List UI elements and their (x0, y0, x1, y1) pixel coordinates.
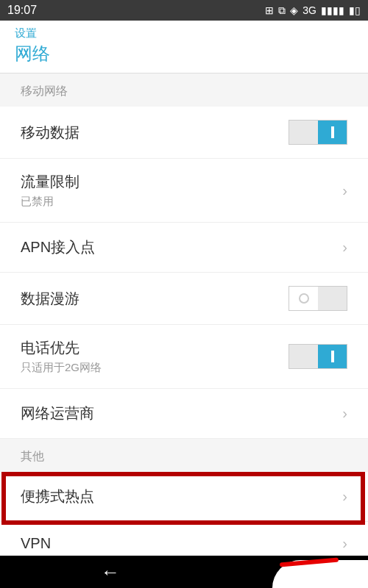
qr-icon: ⊞ (265, 4, 274, 16)
item-vpn[interactable]: VPN › (0, 522, 368, 557)
item-title: 网络运营商 (21, 404, 94, 423)
toggle-mobile-data[interactable] (289, 120, 347, 145)
item-hotspot[interactable]: 便携式热点 › (0, 472, 368, 522)
toggle-call-priority[interactable] (289, 344, 347, 369)
item-subtitle: 已禁用 (21, 195, 79, 209)
item-title: 移动数据 (21, 123, 79, 143)
back-arrow-icon[interactable]: ← (101, 561, 120, 584)
toggle-roaming[interactable] (289, 286, 347, 311)
item-title: 数据漫游 (21, 289, 79, 309)
breadcrumb[interactable]: 设置 (15, 26, 353, 40)
chevron-right-icon: › (342, 535, 347, 552)
item-title: 便携式热点 (21, 487, 94, 506)
item-call-priority[interactable]: 电话优先 只适用于2G网络 (0, 325, 368, 389)
toggle-on-icon (331, 126, 334, 138)
wifi-icon: ◈ (290, 4, 298, 16)
network-icon: 3G (302, 4, 316, 16)
chevron-right-icon: › (342, 405, 347, 422)
item-title: VPN (21, 535, 51, 552)
status-time: 19:07 (7, 4, 37, 17)
section-header-other: 其他 (0, 439, 368, 472)
toggle-off-icon (299, 293, 309, 304)
item-subtitle: 只适用于2G网络 (21, 361, 102, 375)
status-bar: 19:07 ⊞ ⧉ ◈ 3G ▮▮▮▮ ▮▯ (0, 0, 368, 21)
chevron-right-icon: › (342, 182, 347, 199)
battery-icon: ▮▯ (349, 4, 361, 16)
image-icon: ⧉ (278, 4, 286, 17)
item-carrier[interactable]: 网络运营商 › (0, 389, 368, 439)
item-data-limit[interactable]: 流量限制 已禁用 › (0, 159, 368, 223)
chevron-right-icon: › (342, 488, 347, 505)
item-roaming[interactable]: 数据漫游 (0, 273, 368, 325)
chevron-right-icon: › (342, 239, 347, 256)
scribble-annotation (272, 560, 368, 588)
toggle-on-icon (331, 351, 334, 362)
item-title: APN接入点 (21, 237, 95, 257)
item-title: 流量限制 (21, 172, 79, 192)
header: 设置 网络 (0, 21, 368, 74)
section-header-mobile: 移动网络 (0, 74, 368, 107)
item-title: 电话优先 (21, 338, 102, 358)
page-title: 网络 (15, 42, 353, 65)
nav-bar: ← (0, 556, 368, 588)
item-mobile-data[interactable]: 移动数据 (0, 107, 368, 159)
item-apn[interactable]: APN接入点 › (0, 223, 368, 273)
status-icons: ⊞ ⧉ ◈ 3G ▮▮▮▮ ▮▯ (265, 4, 361, 17)
signal-icon: ▮▮▮▮ (321, 4, 344, 16)
